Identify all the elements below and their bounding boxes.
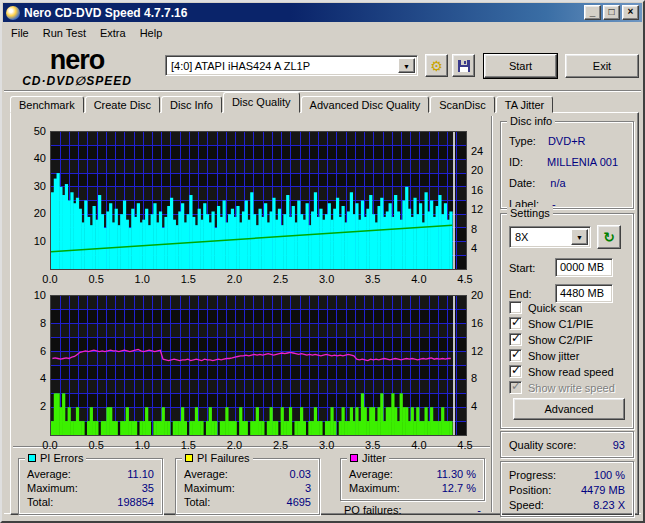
menu-extra[interactable]: Extra [93,25,133,41]
disc-id-label: ID: [509,156,523,168]
x-axis-tick-label: 1.0 [128,439,156,451]
x-axis-tick-label: 3.0 [313,439,341,451]
settings-group: Settings 8X ▼ ↻ Start: 0000 MB End: 4480… [500,213,634,429]
start-button[interactable]: Start [484,54,557,78]
exit-button[interactable]: Exit [565,54,639,78]
x-axis-tick-label: 1.5 [174,439,202,451]
disc-type-value: DVD+R [548,135,625,147]
jitter-legend-swatch [350,454,358,462]
close-button[interactable]: × [622,5,639,20]
tab-ta-jitter[interactable]: TA Jitter [496,96,554,113]
window-title: Nero CD-DVD Speed 4.7.7.16 [24,6,582,20]
chevron-down-icon[interactable]: ▼ [398,58,415,73]
y-axis-right-tick-label: 12 [471,203,495,215]
position-value: 4479 MB [581,484,625,496]
jitter-title: Jitter [347,452,389,464]
quality-score-panel: Quality score: 93 [500,431,634,458]
start-field[interactable]: 0000 MB [555,258,613,277]
maximize-button[interactable]: □ [603,5,620,20]
x-axis-tick-label: 2.0 [220,273,248,285]
drive-select-value: [4:0] ATAPI iHAS424 A ZL1P [166,60,396,72]
menu-run-test[interactable]: Run Test [36,25,93,41]
x-axis-tick-label: 3.5 [359,273,387,285]
options-icon: ⚙ [430,59,443,73]
po-failures-label: PO failures: [344,504,401,516]
pi-failures-average: 0.03 [290,468,311,480]
y-axis-right-tick-label: 4 [471,400,495,412]
progress-panel: Progress:100 % Position:4479 MB Speed:8.… [500,461,634,517]
x-axis-tick-label: 4.0 [405,439,433,451]
app-icon [6,6,20,20]
x-axis-tick-label: 3.0 [313,273,341,285]
chevron-down-icon[interactable]: ▼ [571,229,588,245]
pi-errors-maximum: 35 [142,482,154,494]
y-axis-left-tick-label: 30 [20,180,46,192]
disc-label-value: - [552,198,625,210]
scan-speed-select[interactable]: 8X ▼ [509,226,591,248]
y-axis-right-tick-label: 24 [471,145,495,157]
save-icon [457,59,471,73]
advanced-button[interactable]: Advanced [513,398,625,420]
drive-select[interactable]: [4:0] ATAPI iHAS424 A ZL1P ▼ [165,55,418,76]
app-window: Nero CD-DVD Speed 4.7.7.16 _ □ × File Ru… [0,0,645,523]
pi-errors-title: PI Errors [25,452,86,464]
checkbox-icon[interactable] [509,349,522,362]
refresh-button[interactable]: ↻ [597,225,621,249]
show-c2-pif-checkbox[interactable]: Show C2/PIF [509,332,593,347]
tab-disc-quality[interactable]: Disc Quality [223,92,300,113]
checkbox-icon[interactable] [509,333,522,346]
tab-create-disc[interactable]: Create Disc [85,96,160,113]
pi-errors-chart [50,131,467,270]
tab-benchmark[interactable]: Benchmark [10,96,84,113]
x-axis-tick-label: 0.0 [36,273,64,285]
y-axis-left-tick-label: 20 [20,207,46,219]
disc-date-value: n/a [550,177,625,189]
quick-scan-checkbox[interactable]: Quick scan [509,300,582,315]
x-axis-tick-label: 0.0 [36,439,64,451]
pi-failures-legend-swatch [185,454,193,462]
pi-errors-group: PI Errors Average:11.10 Maximum:35 Total… [18,458,163,515]
x-axis-tick-label: 3.5 [359,439,387,451]
titlebar: Nero CD-DVD Speed 4.7.7.16 _ □ × [3,3,642,22]
pi-failures-title: PI Failures [182,452,253,464]
y-axis-right-tick-label: 20 [471,289,495,301]
x-axis-tick-label: 0.5 [82,273,110,285]
y-axis-right-tick-label: 8 [471,372,495,384]
y-axis-left-tick-label: 4 [20,372,46,384]
tab-advanced-disc-quality[interactable]: Advanced Disc Quality [301,96,430,113]
checkbox-icon[interactable] [509,365,522,378]
y-axis-right-tick-label: 4 [471,242,495,254]
disc-quality-page: Disc info Type:DVD+R ID:MILLENIA 001 Dat… [10,112,639,515]
options-button[interactable]: ⚙ [425,54,448,77]
checkbox-icon[interactable] [509,317,522,330]
settings-title: Settings [507,207,553,219]
progress-value: 100 % [594,469,625,481]
refresh-icon: ↻ [603,230,615,244]
checkbox-icon [509,381,522,394]
scan-speed-value: 8X [510,231,569,243]
menu-help[interactable]: Help [133,25,170,41]
show-c1-pie-checkbox[interactable]: Show C1/PIE [509,316,593,331]
show-write-speed-checkbox: Show write speed [509,380,615,395]
disc-info-group: Disc info Type:DVD+R ID:MILLENIA 001 Dat… [500,121,634,209]
save-button[interactable] [452,54,475,77]
y-axis-left-tick-label: 2 [20,400,46,412]
pi-errors-total: 198854 [117,496,154,508]
show-jitter-checkbox[interactable]: Show jitter [509,348,579,363]
disc-type-label: Type: [509,135,536,147]
y-axis-right-tick-label: 20 [471,164,495,176]
pi-errors-legend-swatch [28,454,36,462]
tabstrip: Benchmark Create Disc Disc Info Disc Qua… [10,92,554,113]
minimize-button[interactable]: _ [584,5,601,20]
disc-info-title: Disc info [507,115,555,127]
end-field-label: End: [509,288,532,300]
y-axis-left-tick-label: 8 [20,317,46,329]
menu-file[interactable]: File [4,25,36,41]
tab-disc-info[interactable]: Disc Info [161,96,222,113]
y-axis-left-tick-label: 10 [20,235,46,247]
show-read-speed-checkbox[interactable]: Show read speed [509,364,614,379]
disc-id-value: MILLENIA 001 [547,156,625,168]
start-field-label: Start: [509,262,535,274]
checkbox-icon[interactable] [509,301,522,314]
tab-scandisc[interactable]: ScanDisc [430,96,494,113]
